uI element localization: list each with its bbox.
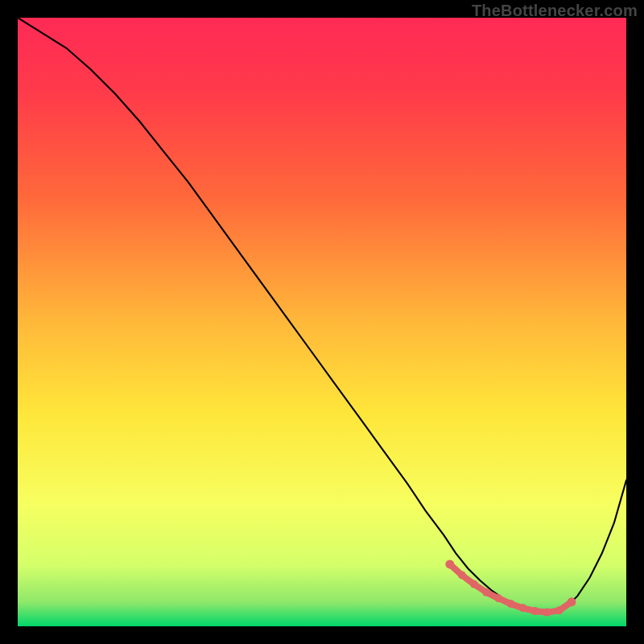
optimal-dot [470,580,478,588]
plot-area [18,18,626,626]
bottleneck-chart [18,18,626,626]
chart-frame: TheBottlenecker.com [0,0,644,644]
optimal-dot [458,572,466,580]
optimal-dot [519,604,527,612]
optimal-dot [494,594,502,602]
optimal-dot [568,597,576,606]
gradient-background [18,18,626,626]
optimal-dot [482,588,490,597]
optimal-dot [506,600,514,608]
optimal-dot [531,607,539,615]
optimal-dot [445,559,454,568]
attribution-label: TheBottlenecker.com [472,2,638,20]
optimal-dot [555,606,564,614]
optimal-dot [543,609,551,617]
